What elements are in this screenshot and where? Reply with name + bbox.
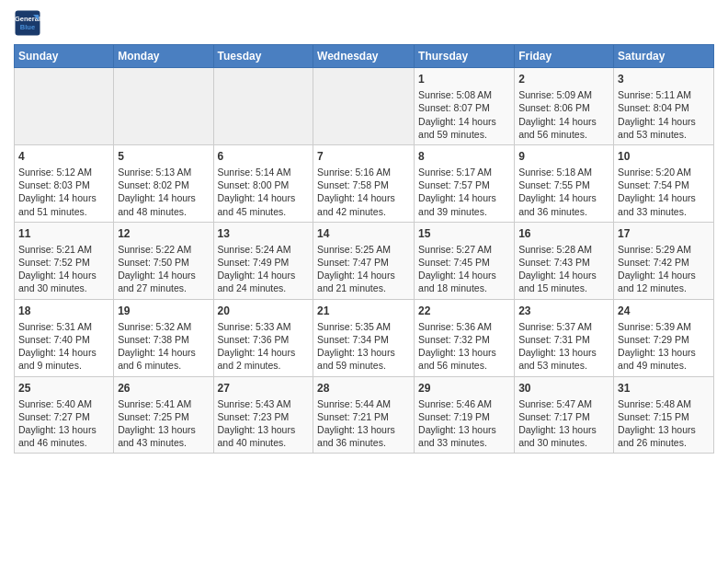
day-info: Sunrise: 5:25 AM Sunset: 7:47 PM Dayligh…	[317, 244, 395, 294]
day-info: Sunrise: 5:18 AM Sunset: 7:55 PM Dayligh…	[518, 167, 597, 217]
calendar-cell: 16Sunrise: 5:28 AM Sunset: 7:43 PM Dayli…	[515, 222, 614, 299]
column-header-monday: Monday	[114, 45, 213, 68]
calendar-cell: 28Sunrise: 5:44 AM Sunset: 7:21 PM Dayli…	[313, 376, 415, 454]
calendar-cell: 13Sunrise: 5:24 AM Sunset: 7:49 PM Dayli…	[213, 222, 313, 299]
day-info: Sunrise: 5:08 AM Sunset: 8:07 PM Dayligh…	[418, 89, 496, 140]
day-number: 14	[317, 226, 410, 241]
day-info: Sunrise: 5:14 AM Sunset: 8:00 PM Dayligh…	[218, 167, 296, 217]
calendar-header-row: SundayMondayTuesdayWednesdayThursdayFrid…	[15, 45, 714, 68]
day-number: 17	[618, 226, 710, 241]
calendar-cell: 29Sunrise: 5:46 AM Sunset: 7:19 PM Dayli…	[415, 376, 515, 454]
calendar-cell	[213, 68, 313, 145]
day-info: Sunrise: 5:22 AM Sunset: 7:50 PM Dayligh…	[118, 244, 196, 294]
calendar-cell: 20Sunrise: 5:33 AM Sunset: 7:36 PM Dayli…	[213, 299, 313, 376]
calendar-cell	[15, 68, 114, 145]
calendar-cell	[114, 68, 213, 145]
day-info: Sunrise: 5:35 AM Sunset: 7:34 PM Dayligh…	[317, 321, 395, 372]
calendar-cell: 18Sunrise: 5:31 AM Sunset: 7:40 PM Dayli…	[15, 299, 114, 376]
day-number: 8	[418, 149, 510, 164]
day-info: Sunrise: 5:20 AM Sunset: 7:54 PM Dayligh…	[618, 167, 696, 217]
column-header-tuesday: Tuesday	[213, 45, 313, 68]
calendar-cell: 27Sunrise: 5:43 AM Sunset: 7:23 PM Dayli…	[213, 376, 313, 454]
calendar-cell: 10Sunrise: 5:20 AM Sunset: 7:54 PM Dayli…	[614, 144, 714, 222]
day-number: 4	[18, 149, 109, 164]
calendar-cell: 30Sunrise: 5:47 AM Sunset: 7:17 PM Dayli…	[515, 376, 614, 454]
day-number: 16	[518, 226, 609, 241]
calendar-cell: 14Sunrise: 5:25 AM Sunset: 7:47 PM Dayli…	[313, 222, 415, 299]
day-info: Sunrise: 5:32 AM Sunset: 7:38 PM Dayligh…	[118, 321, 196, 372]
day-number: 9	[518, 149, 609, 164]
day-number: 24	[618, 304, 710, 318]
day-number: 21	[317, 304, 410, 318]
column-header-friday: Friday	[515, 45, 614, 68]
day-number: 20	[218, 304, 310, 318]
calendar-week-2: 4Sunrise: 5:12 AM Sunset: 8:03 PM Daylig…	[15, 144, 714, 222]
day-number: 13	[218, 226, 310, 241]
calendar-cell: 22Sunrise: 5:36 AM Sunset: 7:32 PM Dayli…	[415, 299, 515, 376]
day-info: Sunrise: 5:27 AM Sunset: 7:45 PM Dayligh…	[418, 244, 496, 294]
calendar-cell: 8Sunrise: 5:17 AM Sunset: 7:57 PM Daylig…	[415, 144, 515, 222]
day-number: 5	[118, 149, 209, 164]
day-number: 27	[218, 381, 310, 396]
calendar-cell: 4Sunrise: 5:12 AM Sunset: 8:03 PM Daylig…	[15, 144, 114, 222]
day-number: 10	[618, 149, 710, 164]
day-info: Sunrise: 5:36 AM Sunset: 7:32 PM Dayligh…	[418, 321, 496, 372]
day-number: 11	[18, 226, 109, 241]
day-number: 15	[418, 226, 510, 241]
day-number: 19	[118, 304, 209, 318]
day-number: 12	[118, 226, 209, 241]
calendar-week-3: 11Sunrise: 5:21 AM Sunset: 7:52 PM Dayli…	[15, 222, 714, 299]
column-header-thursday: Thursday	[415, 45, 515, 68]
calendar-week-5: 25Sunrise: 5:40 AM Sunset: 7:27 PM Dayli…	[15, 376, 714, 454]
day-info: Sunrise: 5:28 AM Sunset: 7:43 PM Dayligh…	[518, 244, 597, 294]
calendar-cell: 2Sunrise: 5:09 AM Sunset: 8:06 PM Daylig…	[515, 68, 614, 145]
day-info: Sunrise: 5:43 AM Sunset: 7:23 PM Dayligh…	[218, 398, 296, 449]
calendar-cell: 9Sunrise: 5:18 AM Sunset: 7:55 PM Daylig…	[515, 144, 614, 222]
day-number: 25	[18, 381, 109, 396]
calendar-cell: 3Sunrise: 5:11 AM Sunset: 8:04 PM Daylig…	[614, 68, 714, 145]
day-info: Sunrise: 5:29 AM Sunset: 7:42 PM Dayligh…	[618, 244, 696, 294]
day-number: 31	[618, 381, 710, 396]
day-info: Sunrise: 5:33 AM Sunset: 7:36 PM Dayligh…	[218, 321, 296, 372]
day-number: 23	[518, 304, 609, 318]
calendar-cell: 6Sunrise: 5:14 AM Sunset: 8:00 PM Daylig…	[213, 144, 313, 222]
column-header-sunday: Sunday	[15, 45, 114, 68]
day-info: Sunrise: 5:47 AM Sunset: 7:17 PM Dayligh…	[518, 398, 597, 449]
day-info: Sunrise: 5:37 AM Sunset: 7:31 PM Dayligh…	[518, 321, 597, 372]
day-number: 2	[518, 72, 609, 86]
column-header-saturday: Saturday	[614, 45, 714, 68]
day-info: Sunrise: 5:21 AM Sunset: 7:52 PM Dayligh…	[18, 244, 97, 294]
svg-text:Blue: Blue	[20, 23, 35, 31]
calendar-cell: 1Sunrise: 5:08 AM Sunset: 8:07 PM Daylig…	[415, 68, 515, 145]
day-number: 7	[317, 149, 410, 164]
day-info: Sunrise: 5:17 AM Sunset: 7:57 PM Dayligh…	[418, 167, 496, 217]
calendar-cell: 5Sunrise: 5:13 AM Sunset: 8:02 PM Daylig…	[114, 144, 213, 222]
day-info: Sunrise: 5:40 AM Sunset: 7:27 PM Dayligh…	[18, 398, 97, 449]
day-info: Sunrise: 5:13 AM Sunset: 8:02 PM Dayligh…	[118, 167, 196, 217]
calendar-cell: 25Sunrise: 5:40 AM Sunset: 7:27 PM Dayli…	[15, 376, 114, 454]
calendar-cell	[313, 68, 415, 145]
day-number: 6	[218, 149, 310, 164]
calendar-cell: 12Sunrise: 5:22 AM Sunset: 7:50 PM Dayli…	[114, 222, 213, 299]
day-number: 28	[317, 381, 410, 396]
day-number: 3	[618, 72, 710, 86]
logo: General Blue	[14, 9, 41, 37]
calendar-week-4: 18Sunrise: 5:31 AM Sunset: 7:40 PM Dayli…	[15, 299, 714, 376]
calendar-cell: 11Sunrise: 5:21 AM Sunset: 7:52 PM Dayli…	[15, 222, 114, 299]
day-info: Sunrise: 5:41 AM Sunset: 7:25 PM Dayligh…	[118, 398, 196, 449]
logo-icon: General Blue	[14, 9, 41, 37]
day-info: Sunrise: 5:11 AM Sunset: 8:04 PM Dayligh…	[618, 89, 696, 140]
calendar-cell: 21Sunrise: 5:35 AM Sunset: 7:34 PM Dayli…	[313, 299, 415, 376]
day-number: 1	[418, 72, 510, 86]
day-info: Sunrise: 5:09 AM Sunset: 8:06 PM Dayligh…	[518, 89, 597, 140]
day-number: 26	[118, 381, 209, 396]
day-info: Sunrise: 5:48 AM Sunset: 7:15 PM Dayligh…	[618, 398, 696, 449]
day-info: Sunrise: 5:31 AM Sunset: 7:40 PM Dayligh…	[18, 321, 97, 372]
day-info: Sunrise: 5:16 AM Sunset: 7:58 PM Dayligh…	[317, 167, 395, 217]
day-number: 18	[18, 304, 109, 318]
calendar-cell: 17Sunrise: 5:29 AM Sunset: 7:42 PM Dayli…	[614, 222, 714, 299]
calendar-cell: 23Sunrise: 5:37 AM Sunset: 7:31 PM Dayli…	[515, 299, 614, 376]
calendar-cell: 19Sunrise: 5:32 AM Sunset: 7:38 PM Dayli…	[114, 299, 213, 376]
calendar-cell: 24Sunrise: 5:39 AM Sunset: 7:29 PM Dayli…	[614, 299, 714, 376]
day-info: Sunrise: 5:39 AM Sunset: 7:29 PM Dayligh…	[618, 321, 696, 372]
